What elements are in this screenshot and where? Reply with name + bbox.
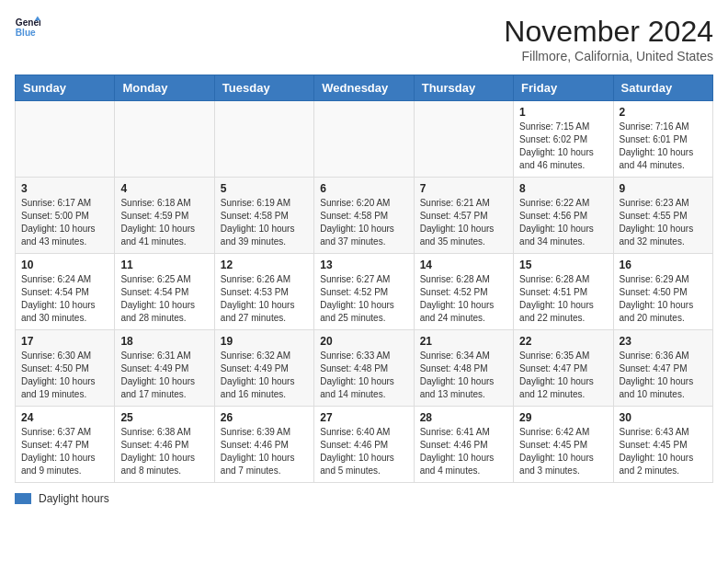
day-info: Sunrise: 6:19 AMSunset: 4:58 PMDaylight:… (221, 197, 308, 248)
day-number: 23 (620, 335, 707, 348)
day-number: 11 (120, 259, 208, 271)
table-row (16, 101, 115, 178)
day-info: Sunrise: 6:22 AMSunset: 4:56 PMDaylight:… (519, 197, 607, 248)
day-number: 16 (620, 259, 707, 271)
col-sunday: Sunday (16, 75, 115, 101)
table-row: 27Sunrise: 6:40 AMSunset: 4:46 PMDayligh… (314, 407, 414, 483)
day-number: 29 (519, 411, 607, 424)
table-row: 28Sunrise: 6:41 AMSunset: 4:46 PMDayligh… (414, 407, 513, 483)
day-info: Sunrise: 6:21 AMSunset: 4:57 PMDaylight:… (420, 197, 507, 248)
day-info: Sunrise: 7:16 AMSunset: 6:01 PMDaylight:… (620, 121, 707, 172)
day-info: Sunrise: 6:25 AMSunset: 4:54 PMDaylight:… (120, 273, 208, 325)
day-number: 2 (620, 106, 707, 119)
day-info: Sunrise: 6:40 AMSunset: 4:46 PMDaylight:… (320, 426, 407, 477)
header: General Blue November 2024 Fillmore, Cal… (15, 15, 713, 63)
table-row (314, 101, 414, 178)
day-number: 8 (519, 182, 607, 195)
table-row: 1Sunrise: 7:15 AMSunset: 6:02 PMDaylight… (514, 101, 613, 178)
table-row: 21Sunrise: 6:34 AMSunset: 4:48 PMDayligh… (414, 330, 513, 407)
day-info: Sunrise: 6:43 AMSunset: 4:45 PMDaylight:… (620, 426, 707, 477)
day-number: 24 (21, 411, 108, 424)
day-info: Sunrise: 6:28 AMSunset: 4:51 PMDaylight:… (519, 273, 607, 325)
table-row (115, 101, 214, 178)
legend-bar-icon (15, 493, 31, 504)
table-row: 12Sunrise: 6:26 AMSunset: 4:53 PMDayligh… (214, 254, 313, 330)
table-row: 20Sunrise: 6:33 AMSunset: 4:48 PMDayligh… (314, 330, 414, 407)
day-info: Sunrise: 6:35 AMSunset: 4:47 PMDaylight:… (519, 350, 607, 401)
day-number: 21 (420, 335, 507, 348)
day-info: Sunrise: 6:27 AMSunset: 4:52 PMDaylight:… (320, 273, 407, 325)
day-number: 12 (221, 259, 308, 271)
calendar-week-1: 3Sunrise: 6:17 AMSunset: 5:00 PMDaylight… (16, 178, 713, 254)
table-row: 30Sunrise: 6:43 AMSunset: 4:45 PMDayligh… (613, 407, 712, 483)
table-row: 4Sunrise: 6:18 AMSunset: 4:59 PMDaylight… (115, 178, 214, 254)
day-info: Sunrise: 6:38 AMSunset: 4:46 PMDaylight:… (120, 426, 208, 477)
day-number: 5 (221, 182, 308, 195)
table-row: 5Sunrise: 6:19 AMSunset: 4:58 PMDaylight… (214, 178, 313, 254)
logo-icon: General Blue (15, 15, 40, 40)
calendar-week-2: 10Sunrise: 6:24 AMSunset: 4:54 PMDayligh… (16, 254, 713, 330)
table-row: 25Sunrise: 6:38 AMSunset: 4:46 PMDayligh… (115, 407, 214, 483)
day-number: 6 (320, 182, 407, 195)
location-subtitle: Fillmore, California, United States (504, 49, 713, 63)
table-row: 6Sunrise: 6:20 AMSunset: 4:58 PMDaylight… (314, 178, 414, 254)
table-row: 24Sunrise: 6:37 AMSunset: 4:47 PMDayligh… (16, 407, 115, 483)
day-info: Sunrise: 6:26 AMSunset: 4:53 PMDaylight:… (221, 273, 308, 325)
day-number: 15 (519, 259, 607, 271)
calendar-week-3: 17Sunrise: 6:30 AMSunset: 4:50 PMDayligh… (16, 330, 713, 407)
day-info: Sunrise: 6:30 AMSunset: 4:50 PMDaylight:… (21, 350, 108, 401)
table-row: 15Sunrise: 6:28 AMSunset: 4:51 PMDayligh… (514, 254, 613, 330)
day-number: 30 (620, 411, 707, 424)
table-row: 11Sunrise: 6:25 AMSunset: 4:54 PMDayligh… (115, 254, 214, 330)
table-row: 13Sunrise: 6:27 AMSunset: 4:52 PMDayligh… (314, 254, 414, 330)
day-number: 25 (120, 411, 208, 424)
table-row: 7Sunrise: 6:21 AMSunset: 4:57 PMDaylight… (414, 178, 513, 254)
day-number: 4 (120, 182, 208, 195)
day-info: Sunrise: 6:42 AMSunset: 4:45 PMDaylight:… (519, 426, 607, 477)
day-number: 28 (420, 411, 507, 424)
col-thursday: Thursday (414, 75, 513, 101)
day-info: Sunrise: 6:31 AMSunset: 4:49 PMDaylight:… (120, 350, 208, 401)
day-info: Sunrise: 6:23 AMSunset: 4:55 PMDaylight:… (620, 197, 707, 248)
col-saturday: Saturday (613, 75, 712, 101)
day-number: 10 (21, 259, 108, 271)
day-number: 17 (21, 335, 108, 348)
day-info: Sunrise: 6:36 AMSunset: 4:47 PMDaylight:… (620, 350, 707, 401)
table-row: 26Sunrise: 6:39 AMSunset: 4:46 PMDayligh… (214, 407, 313, 483)
calendar-table: Sunday Monday Tuesday Wednesday Thursday… (15, 75, 713, 483)
day-info: Sunrise: 6:41 AMSunset: 4:46 PMDaylight:… (420, 426, 507, 477)
day-info: Sunrise: 6:39 AMSunset: 4:46 PMDaylight:… (221, 426, 308, 477)
table-row (214, 101, 313, 178)
day-info: Sunrise: 6:28 AMSunset: 4:52 PMDaylight:… (420, 273, 507, 325)
table-row: 9Sunrise: 6:23 AMSunset: 4:55 PMDaylight… (613, 178, 712, 254)
day-info: Sunrise: 6:29 AMSunset: 4:50 PMDaylight:… (620, 273, 707, 325)
table-row: 22Sunrise: 6:35 AMSunset: 4:47 PMDayligh… (514, 330, 613, 407)
day-info: Sunrise: 6:33 AMSunset: 4:48 PMDaylight:… (320, 350, 407, 401)
svg-text:Blue: Blue (16, 28, 36, 38)
legend: Daylight hours (15, 492, 713, 505)
day-info: Sunrise: 6:24 AMSunset: 4:54 PMDaylight:… (21, 273, 108, 325)
table-row: 14Sunrise: 6:28 AMSunset: 4:52 PMDayligh… (414, 254, 513, 330)
table-row: 23Sunrise: 6:36 AMSunset: 4:47 PMDayligh… (613, 330, 712, 407)
table-row: 19Sunrise: 6:32 AMSunset: 4:49 PMDayligh… (214, 330, 313, 407)
table-row: 29Sunrise: 6:42 AMSunset: 4:45 PMDayligh… (514, 407, 613, 483)
day-info: Sunrise: 6:17 AMSunset: 5:00 PMDaylight:… (21, 197, 108, 248)
day-number: 26 (221, 411, 308, 424)
col-monday: Monday (115, 75, 214, 101)
day-info: Sunrise: 6:37 AMSunset: 4:47 PMDaylight:… (21, 426, 108, 477)
table-row: 17Sunrise: 6:30 AMSunset: 4:50 PMDayligh… (16, 330, 115, 407)
calendar-week-4: 24Sunrise: 6:37 AMSunset: 4:47 PMDayligh… (16, 407, 713, 483)
col-tuesday: Tuesday (214, 75, 313, 101)
title-area: November 2024 Fillmore, California, Unit… (504, 15, 713, 63)
col-friday: Friday (514, 75, 613, 101)
header-row: Sunday Monday Tuesday Wednesday Thursday… (16, 75, 713, 101)
table-row: 10Sunrise: 6:24 AMSunset: 4:54 PMDayligh… (16, 254, 115, 330)
day-number: 9 (620, 182, 707, 195)
table-row: 2Sunrise: 7:16 AMSunset: 6:01 PMDaylight… (613, 101, 712, 178)
month-title: November 2024 (504, 15, 713, 49)
day-number: 7 (420, 182, 507, 195)
day-number: 18 (120, 335, 208, 348)
legend-label: Daylight hours (39, 492, 109, 505)
day-number: 27 (320, 411, 407, 424)
col-wednesday: Wednesday (314, 75, 414, 101)
